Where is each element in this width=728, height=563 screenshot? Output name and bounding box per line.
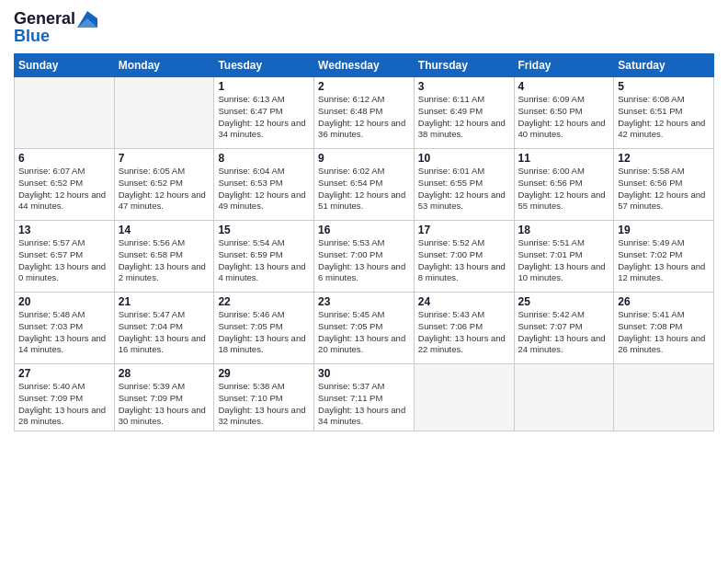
calendar-cell: 3Sunrise: 6:11 AMSunset: 6:49 PMDaylight…: [414, 77, 514, 149]
cell-info: Sunrise: 5:56 AMSunset: 6:58 PMDaylight:…: [119, 237, 210, 284]
calendar-cell: 21Sunrise: 5:47 AMSunset: 7:04 PMDayligh…: [114, 293, 214, 364]
cell-info: Sunrise: 5:37 AMSunset: 7:11 PMDaylight:…: [318, 381, 410, 428]
cell-info: Sunrise: 6:09 AMSunset: 6:50 PMDaylight:…: [518, 94, 610, 141]
calendar-cell: 14Sunrise: 5:56 AMSunset: 6:58 PMDayligh…: [114, 221, 214, 293]
cell-info: Sunrise: 6:00 AMSunset: 6:56 PMDaylight:…: [518, 166, 610, 213]
calendar-table: SundayMondayTuesdayWednesdayThursdayFrid…: [14, 53, 714, 431]
day-number: 9: [318, 152, 410, 165]
day-number: 7: [119, 152, 210, 165]
day-number: 15: [218, 224, 310, 236]
cell-info: Sunrise: 6:05 AMSunset: 6:52 PMDaylight:…: [119, 166, 210, 213]
day-number: 20: [18, 295, 110, 308]
cell-info: Sunrise: 5:43 AMSunset: 7:06 PMDaylight:…: [418, 309, 510, 356]
calendar-cell: 24Sunrise: 5:43 AMSunset: 7:06 PMDayligh…: [414, 293, 514, 364]
day-number: 21: [119, 295, 210, 308]
day-number: 4: [518, 80, 610, 93]
calendar-cell: 13Sunrise: 5:57 AMSunset: 6:57 PMDayligh…: [15, 221, 115, 293]
cell-info: Sunrise: 6:11 AMSunset: 6:49 PMDaylight:…: [418, 94, 510, 141]
cell-info: Sunrise: 6:01 AMSunset: 6:55 PMDaylight:…: [418, 166, 510, 213]
calendar-cell: 6Sunrise: 6:07 AMSunset: 6:52 PMDaylight…: [15, 149, 115, 221]
day-number: 6: [18, 152, 110, 165]
weekday-header-tuesday: Tuesday: [214, 54, 314, 77]
calendar-cell: [114, 77, 214, 149]
weekday-header-thursday: Thursday: [414, 54, 514, 77]
day-number: 5: [618, 80, 710, 93]
calendar-cell: 8Sunrise: 6:04 AMSunset: 6:53 PMDaylight…: [214, 149, 314, 221]
weekday-header-wednesday: Wednesday: [314, 54, 415, 77]
weekday-header-friday: Friday: [514, 54, 614, 77]
calendar-cell: 23Sunrise: 5:45 AMSunset: 7:05 PMDayligh…: [314, 293, 415, 364]
cell-info: Sunrise: 6:02 AMSunset: 6:54 PMDaylight:…: [318, 166, 410, 213]
cell-info: Sunrise: 6:13 AMSunset: 6:47 PMDaylight:…: [218, 94, 310, 141]
day-number: 29: [218, 367, 310, 380]
calendar-cell: 19Sunrise: 5:49 AMSunset: 7:02 PMDayligh…: [614, 221, 714, 293]
day-number: 14: [119, 224, 210, 236]
day-number: 11: [518, 152, 610, 165]
cell-info: Sunrise: 5:52 AMSunset: 7:00 PMDaylight:…: [418, 237, 510, 284]
calendar-cell: 30Sunrise: 5:37 AMSunset: 7:11 PMDayligh…: [314, 364, 415, 431]
calendar-cell: 10Sunrise: 6:01 AMSunset: 6:55 PMDayligh…: [414, 149, 514, 221]
cell-info: Sunrise: 5:51 AMSunset: 7:01 PMDaylight:…: [518, 237, 610, 284]
cell-info: Sunrise: 5:57 AMSunset: 6:57 PMDaylight:…: [18, 237, 110, 284]
calendar-cell: 15Sunrise: 5:54 AMSunset: 6:59 PMDayligh…: [214, 221, 314, 293]
day-number: 13: [18, 224, 110, 236]
day-number: 16: [318, 224, 410, 236]
cell-info: Sunrise: 6:07 AMSunset: 6:52 PMDaylight:…: [18, 166, 110, 213]
logo: General Blue: [14, 9, 97, 46]
week-row-2: 6Sunrise: 6:07 AMSunset: 6:52 PMDaylight…: [15, 149, 714, 221]
day-number: 17: [418, 224, 510, 236]
day-number: 10: [418, 152, 510, 165]
calendar-cell: 9Sunrise: 6:02 AMSunset: 6:54 PMDaylight…: [314, 149, 415, 221]
cell-info: Sunrise: 5:41 AMSunset: 7:08 PMDaylight:…: [618, 309, 710, 356]
cell-info: Sunrise: 5:47 AMSunset: 7:04 PMDaylight:…: [119, 309, 210, 356]
calendar-cell: 22Sunrise: 5:46 AMSunset: 7:05 PMDayligh…: [214, 293, 314, 364]
day-number: 2: [318, 80, 410, 93]
calendar-cell: 18Sunrise: 5:51 AMSunset: 7:01 PMDayligh…: [514, 221, 614, 293]
calendar-cell: 4Sunrise: 6:09 AMSunset: 6:50 PMDaylight…: [514, 77, 614, 149]
calendar-cell: 27Sunrise: 5:40 AMSunset: 7:09 PMDayligh…: [15, 364, 115, 431]
calendar-cell: 20Sunrise: 5:48 AMSunset: 7:03 PMDayligh…: [15, 293, 115, 364]
calendar-cell: 12Sunrise: 5:58 AMSunset: 6:56 PMDayligh…: [614, 149, 714, 221]
cell-info: Sunrise: 6:04 AMSunset: 6:53 PMDaylight:…: [218, 166, 310, 213]
calendar-cell: [614, 364, 714, 431]
header: General Blue: [14, 9, 714, 46]
calendar-cell: 28Sunrise: 5:39 AMSunset: 7:09 PMDayligh…: [114, 364, 214, 431]
calendar-cell: 17Sunrise: 5:52 AMSunset: 7:00 PMDayligh…: [414, 221, 514, 293]
cell-info: Sunrise: 5:39 AMSunset: 7:09 PMDaylight:…: [119, 381, 210, 428]
day-number: 12: [618, 152, 710, 165]
day-number: 28: [119, 367, 210, 380]
day-number: 27: [18, 367, 110, 380]
cell-info: Sunrise: 5:40 AMSunset: 7:09 PMDaylight:…: [18, 381, 110, 428]
week-row-5: 27Sunrise: 5:40 AMSunset: 7:09 PMDayligh…: [15, 364, 714, 431]
cell-info: Sunrise: 5:54 AMSunset: 6:59 PMDaylight:…: [218, 237, 310, 284]
week-row-3: 13Sunrise: 5:57 AMSunset: 6:57 PMDayligh…: [15, 221, 714, 293]
day-number: 3: [418, 80, 510, 93]
cell-info: Sunrise: 6:12 AMSunset: 6:48 PMDaylight:…: [318, 94, 410, 141]
calendar-cell: 2Sunrise: 6:12 AMSunset: 6:48 PMDaylight…: [314, 77, 415, 149]
page: General Blue SundayMondayTuesdayWednesda…: [0, 0, 728, 563]
cell-info: Sunrise: 5:42 AMSunset: 7:07 PMDaylight:…: [518, 309, 610, 356]
weekday-header-saturday: Saturday: [614, 54, 714, 77]
logo-blue-text: Blue: [14, 27, 97, 46]
day-number: 24: [418, 295, 510, 308]
calendar-cell: 7Sunrise: 6:05 AMSunset: 6:52 PMDaylight…: [114, 149, 214, 221]
calendar-cell: 16Sunrise: 5:53 AMSunset: 7:00 PMDayligh…: [314, 221, 415, 293]
weekday-header-sunday: Sunday: [15, 54, 115, 77]
calendar-cell: 5Sunrise: 6:08 AMSunset: 6:51 PMDaylight…: [614, 77, 714, 149]
day-number: 18: [518, 224, 610, 236]
cell-info: Sunrise: 5:53 AMSunset: 7:00 PMDaylight:…: [318, 237, 410, 284]
cell-info: Sunrise: 6:08 AMSunset: 6:51 PMDaylight:…: [618, 94, 710, 141]
logo-general: General: [14, 9, 75, 29]
week-row-1: 1Sunrise: 6:13 AMSunset: 6:47 PMDaylight…: [15, 77, 714, 149]
cell-info: Sunrise: 5:38 AMSunset: 7:10 PMDaylight:…: [218, 381, 310, 428]
day-number: 23: [318, 295, 410, 308]
calendar-cell: [514, 364, 614, 431]
cell-info: Sunrise: 5:45 AMSunset: 7:05 PMDaylight:…: [318, 309, 410, 356]
cell-info: Sunrise: 5:49 AMSunset: 7:02 PMDaylight:…: [618, 237, 710, 284]
day-number: 26: [618, 295, 710, 308]
week-row-4: 20Sunrise: 5:48 AMSunset: 7:03 PMDayligh…: [15, 293, 714, 364]
logo-icon: [77, 11, 97, 28]
cell-info: Sunrise: 5:48 AMSunset: 7:03 PMDaylight:…: [18, 309, 110, 356]
calendar-cell: 11Sunrise: 6:00 AMSunset: 6:56 PMDayligh…: [514, 149, 614, 221]
cell-info: Sunrise: 5:58 AMSunset: 6:56 PMDaylight:…: [618, 166, 710, 213]
